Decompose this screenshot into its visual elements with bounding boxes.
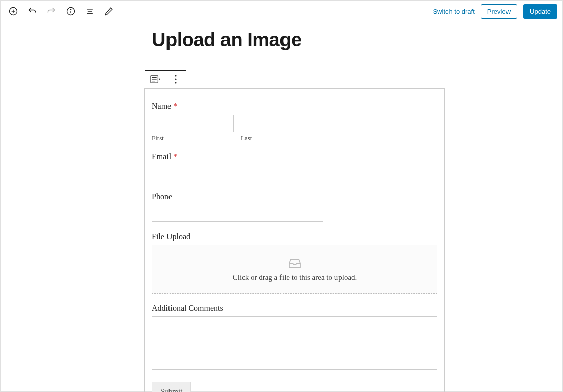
- upload-hint-text: Click or drag a file to this area to upl…: [157, 273, 432, 282]
- last-name-sublabel: Last: [241, 134, 322, 142]
- form-block-wrapper: Name * First Last Email * Phone: [144, 70, 445, 392]
- phone-label: Phone: [152, 192, 437, 201]
- last-name-input[interactable]: [241, 115, 322, 132]
- name-field: Name * First Last: [152, 102, 437, 142]
- submit-button[interactable]: Submit: [152, 382, 191, 392]
- svg-point-5: [70, 9, 71, 10]
- edit-icon[interactable]: [104, 6, 114, 16]
- svg-point-15: [175, 82, 176, 83]
- more-options-icon[interactable]: [165, 71, 186, 88]
- email-field: Email *: [152, 152, 437, 182]
- comments-label: Additional Comments: [152, 304, 437, 313]
- email-input[interactable]: [152, 165, 323, 182]
- first-name-input[interactable]: [152, 115, 234, 132]
- required-marker: *: [173, 102, 177, 110]
- file-upload-field: File Upload Click or drag a file to this…: [152, 232, 437, 294]
- block-type-icon[interactable]: [145, 71, 165, 88]
- upload-icon: [288, 257, 302, 269]
- editor-toolbar: Switch to draft Preview Update: [0, 0, 563, 22]
- svg-point-13: [175, 75, 176, 76]
- preview-button[interactable]: Preview: [481, 4, 517, 19]
- toolbar-right: Switch to draft Preview Update: [433, 4, 557, 19]
- file-upload-dropzone[interactable]: Click or drag a file to this area to upl…: [152, 245, 437, 294]
- switch-to-draft-button[interactable]: Switch to draft: [433, 8, 474, 15]
- add-block-icon[interactable]: [8, 6, 18, 16]
- block-toolbar: [145, 70, 186, 88]
- update-button[interactable]: Update: [523, 4, 557, 19]
- outline-icon[interactable]: [85, 6, 95, 16]
- undo-icon[interactable]: [27, 6, 37, 16]
- form-block[interactable]: Name * First Last Email * Phone: [144, 88, 445, 392]
- page-title[interactable]: Upload an Image: [152, 29, 562, 51]
- phone-field: Phone: [152, 192, 437, 222]
- redo-icon: [46, 6, 57, 16]
- svg-point-14: [175, 78, 176, 80]
- first-name-sublabel: First: [152, 134, 234, 142]
- email-label: Email *: [152, 152, 437, 161]
- editor-canvas: Upload an Image Name * First: [0, 22, 563, 392]
- toolbar-left: [6, 6, 114, 16]
- info-icon[interactable]: [66, 6, 76, 16]
- file-upload-label: File Upload: [152, 232, 437, 241]
- comments-textarea[interactable]: [152, 316, 437, 370]
- comments-field: Additional Comments: [152, 304, 437, 372]
- phone-input[interactable]: [152, 205, 323, 222]
- required-marker: *: [173, 152, 177, 161]
- name-label: Name *: [152, 102, 437, 111]
